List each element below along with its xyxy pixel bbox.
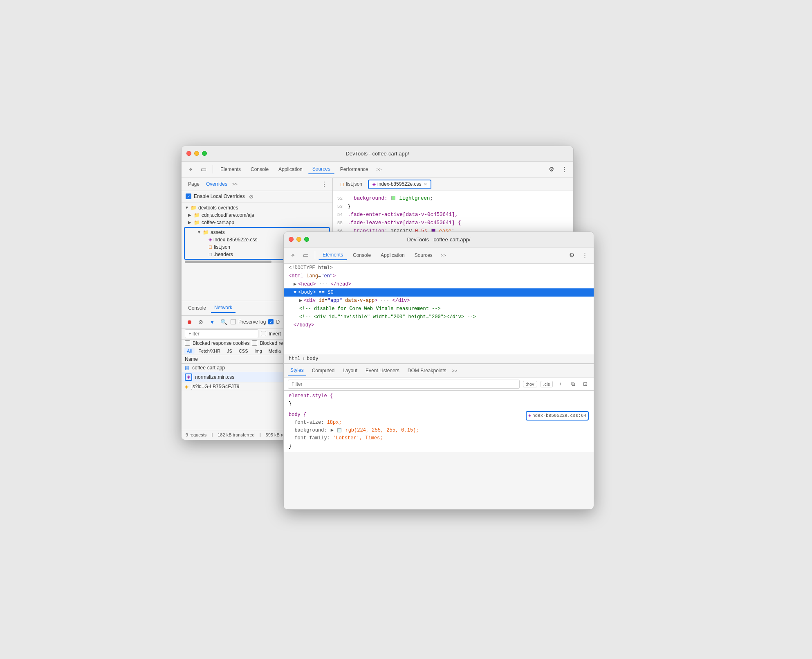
html-line-head[interactable]: ▶ <head> ··· </head> <box>284 280 594 288</box>
front-tab-sources[interactable]: Sources <box>410 251 437 260</box>
filter-all[interactable]: All <box>184 348 195 354</box>
line-content-53: } <box>348 202 573 211</box>
front-tab-console[interactable]: Console <box>349 251 375 260</box>
breadcrumb-body[interactable]: body <box>307 356 319 362</box>
head-tag: <head> <box>298 281 316 288</box>
record-icon[interactable]: ⏺ <box>185 317 194 326</box>
filter-input[interactable] <box>185 329 258 338</box>
tab-more-front[interactable]: >> <box>438 252 449 259</box>
breadcrumb-html[interactable]: html <box>289 356 301 362</box>
bg-triangle[interactable]: ▶ <box>331 427 334 433</box>
copy-style-icon[interactable]: ⧉ <box>568 380 577 389</box>
json-icon: ◻ <box>340 181 344 187</box>
cls-button[interactable]: .cls <box>541 381 553 387</box>
body-rule-close: } <box>289 443 589 450</box>
filter-fetch[interactable]: Fetch/XHR <box>195 348 223 354</box>
close-button-front[interactable] <box>289 237 294 242</box>
sidebar-header: Page Overrides >> ⋮ <box>182 178 332 191</box>
tab-performance[interactable]: Performance <box>336 165 372 174</box>
bottom-tab-console[interactable]: Console <box>185 304 209 313</box>
device-icon-front[interactable]: ▭ <box>300 250 312 261</box>
tab-more-back[interactable]: >> <box>374 166 384 173</box>
inspect-icon[interactable]: ⌖ <box>185 164 196 175</box>
tree-item-cloudflare[interactable]: ▶ 📁 cdnjs.cloudflare.com/aja <box>182 211 332 219</box>
style-filter-input[interactable] <box>288 380 520 389</box>
blocked-cookies-checkbox[interactable] <box>185 340 190 346</box>
filter-css[interactable]: CSS <box>236 348 251 354</box>
code-tab-css[interactable]: ◈ index-b859522e.css ✕ <box>368 180 431 189</box>
head-ellipsis: ··· <box>316 281 330 288</box>
code-tab-json[interactable]: ◻ list.json <box>336 180 366 189</box>
color-swatch-lightgreen[interactable] <box>391 196 395 200</box>
sidebar-more[interactable]: >> <box>232 182 238 187</box>
search-icon[interactable]: 🔍 <box>219 317 228 326</box>
tree-item-coffee-cart[interactable]: ▶ 📁 coffee-cart.app <box>182 219 332 226</box>
front-tab-application[interactable]: Application <box>377 251 409 260</box>
invert-checkbox[interactable] <box>261 331 266 336</box>
layout-style-icon[interactable]: ⊡ <box>581 380 590 389</box>
bottom-tab-network[interactable]: Network <box>211 303 236 313</box>
html-line-div-app[interactable]: ▶ <div id="app" data-v-app > ··· </div> <box>284 297 594 305</box>
requests-count: 9 requests <box>186 432 206 437</box>
tab-application[interactable]: Application <box>274 165 307 174</box>
tab-sources[interactable]: Sources <box>308 164 334 174</box>
tab-console[interactable]: Console <box>247 165 273 174</box>
css-link[interactable]: ◈ ndex-b859522e.css:64 <box>526 411 589 421</box>
tab-elements[interactable]: Elements <box>216 165 245 174</box>
front-tab-elements[interactable]: Elements <box>319 250 347 260</box>
style-tab-styles[interactable]: Styles <box>288 366 306 376</box>
style-more[interactable]: >> <box>452 368 458 373</box>
html-line-body[interactable]: ▼ <body> == $0 <box>284 288 594 297</box>
menu-icon-front[interactable]: ⋮ <box>579 250 590 261</box>
css-link-box[interactable]: ◈ ndex-b859522e.css:64 <box>526 411 589 421</box>
html-line-html: <html lang="en"> <box>284 272 594 280</box>
tab-close-css[interactable]: ✕ <box>424 182 427 187</box>
style-tab-layout[interactable]: Layout <box>340 366 360 375</box>
enable-overrides-checkbox[interactable]: ✓ <box>186 193 191 199</box>
blocked-reqs-checkbox[interactable] <box>252 340 257 346</box>
filter-img[interactable]: Img <box>252 348 265 354</box>
settings-icon-front[interactable]: ⚙ <box>566 250 577 261</box>
style-tab-computed[interactable]: Computed <box>310 366 337 375</box>
d-checkbox[interactable]: ✓ <box>268 319 274 324</box>
maximize-button-front[interactable] <box>304 237 309 242</box>
body-equals: == <box>316 289 327 296</box>
blocked-cookies-group: Blocked response cookies <box>185 340 249 346</box>
minimize-button-back[interactable] <box>194 151 199 156</box>
id-eq: = <box>325 297 327 304</box>
style-tab-event-listeners[interactable]: Event Listeners <box>363 366 402 375</box>
font-family-prop: font-family: <box>294 435 330 441</box>
tree-item-overrides[interactable]: ▼ 📁 devtools overrides <box>182 204 332 211</box>
add-style-icon[interactable]: + <box>556 380 565 389</box>
enable-overrides-label: Enable Local Overrides <box>194 193 245 199</box>
style-tab-dom-breakpoints[interactable]: DOM Breakpoints <box>405 366 449 375</box>
lang-val: "en" <box>321 272 333 280</box>
tree-label-assets: assets <box>211 229 225 235</box>
element-style-close: } <box>289 401 292 407</box>
css-rule-body: body { ◈ ndex-b859522e.css:64 font-size:… <box>284 409 594 452</box>
color-swatch-bg[interactable] <box>337 428 341 432</box>
separator-1: | <box>211 432 213 437</box>
d-label: D <box>276 319 280 325</box>
device-icon[interactable]: ▭ <box>198 164 209 175</box>
menu-icon-back[interactable]: ⋮ <box>559 164 570 175</box>
sidebar-tab-page[interactable]: Page <box>186 180 201 188</box>
font-family-val: 'Lobster', Times; <box>333 435 383 441</box>
sidebar-kebab[interactable]: ⋮ <box>321 180 327 188</box>
settings-icon[interactable]: ⚙ <box>545 164 557 175</box>
minimize-button-front[interactable] <box>296 237 301 242</box>
filter-js[interactable]: JS <box>224 348 235 354</box>
filter-icon[interactable]: ▼ <box>208 317 217 326</box>
preserve-log-checkbox[interactable] <box>231 319 236 324</box>
lang-attr: lang <box>303 272 318 280</box>
id-val: "app" <box>327 297 342 304</box>
clear-icon[interactable]: ⊘ <box>196 317 205 326</box>
sidebar-tab-overrides[interactable]: Overrides <box>204 180 229 188</box>
filter-media[interactable]: Media <box>266 348 284 354</box>
front-devtools-window: DevTools - coffee-cart.app/ ⌖ ▭ Elements… <box>283 232 594 510</box>
inspect-icon-front[interactable]: ⌖ <box>287 250 298 261</box>
maximize-button-back[interactable] <box>202 151 207 156</box>
pseudo-hov-button[interactable]: :hov <box>523 381 537 387</box>
preserve-log-label: Preserve log <box>238 319 266 325</box>
close-button-back[interactable] <box>186 151 191 156</box>
